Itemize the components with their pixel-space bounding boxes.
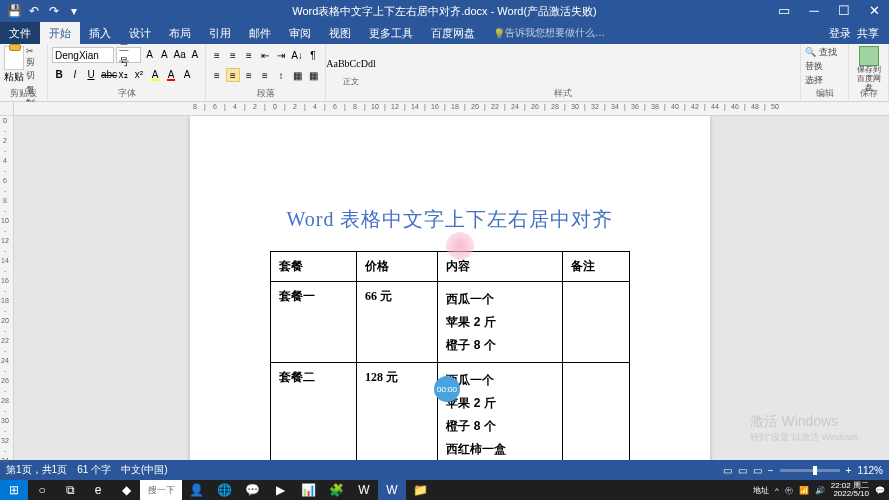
justify-button[interactable]: ≡: [258, 68, 272, 82]
zoom-level[interactable]: 112%: [857, 465, 883, 476]
taskview-icon[interactable]: ⧉: [56, 480, 84, 500]
line-spacing-button[interactable]: ↕: [274, 68, 288, 82]
italic-button[interactable]: I: [68, 67, 82, 83]
app-icon-6[interactable]: 📊: [294, 480, 322, 500]
increase-indent-button[interactable]: ⇥: [274, 48, 288, 62]
view-print-icon[interactable]: ▭: [738, 465, 747, 476]
strikethrough-button[interactable]: abc: [100, 67, 114, 83]
th-plan[interactable]: 套餐: [271, 252, 357, 282]
tab-mailings[interactable]: 邮件: [240, 22, 280, 44]
bold-button[interactable]: B: [52, 67, 66, 83]
subscript-button[interactable]: x₂: [116, 67, 130, 83]
replace-button[interactable]: 替换: [805, 60, 844, 73]
zoom-out-button[interactable]: −: [768, 465, 774, 476]
share-button[interactable]: 共享: [857, 26, 879, 41]
word-taskbar-icon[interactable]: W: [378, 480, 406, 500]
change-case-icon[interactable]: Aa: [172, 47, 186, 63]
cell-price[interactable]: 66 元: [357, 282, 438, 363]
tab-references[interactable]: 引用: [200, 22, 240, 44]
th-price[interactable]: 价格: [357, 252, 438, 282]
cortana-icon[interactable]: ○: [28, 480, 56, 500]
cell-note[interactable]: [563, 363, 630, 460]
close-icon[interactable]: ✕: [859, 0, 889, 22]
align-center-button[interactable]: ≡: [226, 68, 240, 82]
explorer-icon[interactable]: 📁: [406, 480, 434, 500]
tell-me-search[interactable]: 💡 告诉我您想要做什么…: [484, 22, 614, 44]
start-button[interactable]: ⊞: [0, 480, 28, 500]
borders-button[interactable]: ▦: [306, 68, 320, 82]
font-size-select[interactable]: 二号: [116, 47, 141, 63]
select-button[interactable]: 选择: [805, 74, 844, 87]
document-table[interactable]: 套餐 价格 内容 备注 套餐一66 元西瓜一个苹果 2 斤橙子 8 个套餐二12…: [270, 251, 630, 460]
sort-button[interactable]: A↓: [290, 48, 304, 62]
maximize-icon[interactable]: ☐: [829, 0, 859, 22]
text-effects-button[interactable]: A: [180, 67, 194, 83]
tab-more-tools[interactable]: 更多工具: [360, 22, 422, 44]
horizontal-ruler[interactable]: 8|6|4|2|0|2|4|6|8|10|12|14|16|18|20|22|2…: [14, 102, 889, 116]
cell-plan[interactable]: 套餐一: [271, 282, 357, 363]
redo-icon[interactable]: ↷: [46, 3, 62, 19]
align-right-button[interactable]: ≡: [242, 68, 256, 82]
view-read-icon[interactable]: ▭: [723, 465, 732, 476]
clock[interactable]: 22:02 周二 2022/5/10: [831, 482, 869, 498]
tab-insert[interactable]: 插入: [80, 22, 120, 44]
app-icon-5[interactable]: ▶: [266, 480, 294, 500]
app-icon-3[interactable]: 🌐: [210, 480, 238, 500]
edge-icon[interactable]: e: [84, 480, 112, 500]
tray-overflow-icon[interactable]: ^: [775, 486, 779, 495]
clear-format-icon[interactable]: A: [188, 47, 201, 63]
tab-layout[interactable]: 布局: [160, 22, 200, 44]
tab-file[interactable]: 文件: [0, 22, 40, 44]
style-normal[interactable]: AaBbCcDdl正文: [330, 48, 372, 89]
cell-content[interactable]: 西瓜一个苹果 2 斤橙子 8 个西红柿一盒: [438, 363, 563, 460]
cell-content[interactable]: 西瓜一个苹果 2 斤橙子 8 个: [438, 282, 563, 363]
find-button[interactable]: 🔍 查找: [805, 46, 844, 59]
zoom-slider[interactable]: [780, 469, 840, 472]
volume-icon[interactable]: 🔊: [815, 486, 825, 495]
app-icon-8[interactable]: W: [350, 480, 378, 500]
app-icon-1[interactable]: ◆: [112, 480, 140, 500]
vertical-ruler[interactable]: 0-2-4-6-8-10-12-14-16-18-20-22-24-26-28-…: [0, 116, 14, 460]
app-icon-2[interactable]: 👤: [182, 480, 210, 500]
font-color-button[interactable]: A: [164, 67, 178, 83]
network-icon[interactable]: 📶: [799, 486, 809, 495]
tab-home[interactable]: 开始: [40, 22, 80, 44]
view-web-icon[interactable]: ▭: [753, 465, 762, 476]
cut-button[interactable]: ✂ 剪切: [26, 46, 43, 82]
cell-price[interactable]: 128 元: [357, 363, 438, 460]
show-marks-button[interactable]: ¶: [306, 48, 320, 62]
login-link[interactable]: 登录: [829, 26, 851, 41]
multilevel-button[interactable]: ≡: [242, 48, 256, 62]
th-content[interactable]: 内容: [438, 252, 563, 282]
table-row[interactable]: 套餐二128 元西瓜一个苹果 2 斤橙子 8 个西红柿一盒: [271, 363, 630, 460]
status-wordcount[interactable]: 61 个字: [77, 463, 111, 477]
underline-button[interactable]: U: [84, 67, 98, 83]
notifications-icon[interactable]: 💬: [875, 486, 885, 495]
numbering-button[interactable]: ≡: [226, 48, 240, 62]
status-language[interactable]: 中文(中国): [121, 463, 168, 477]
qat-more-icon[interactable]: ▾: [66, 3, 82, 19]
shrink-font-icon[interactable]: A: [158, 47, 171, 63]
grow-font-icon[interactable]: A: [143, 47, 156, 63]
addr-label[interactable]: 地址: [753, 485, 769, 496]
shading-button[interactable]: ▦: [290, 68, 304, 82]
font-name-select[interactable]: DengXian: [52, 47, 114, 63]
undo-icon[interactable]: ↶: [26, 3, 42, 19]
decrease-indent-button[interactable]: ⇤: [258, 48, 272, 62]
tab-review[interactable]: 审阅: [280, 22, 320, 44]
superscript-button[interactable]: x²: [132, 67, 146, 83]
taskbar-search[interactable]: 搜一下: [140, 480, 182, 500]
status-page[interactable]: 第1页，共1页: [6, 463, 67, 477]
zoom-in-button[interactable]: +: [846, 465, 852, 476]
tab-baidu[interactable]: 百度网盘: [422, 22, 484, 44]
minimize-icon[interactable]: ─: [799, 0, 829, 22]
highlight-button[interactable]: A: [148, 67, 162, 83]
app-icon-4[interactable]: 💬: [238, 480, 266, 500]
ribbon-options-icon[interactable]: ▭: [769, 0, 799, 22]
document-canvas[interactable]: Word 表格中文字上下左右居中对齐 套餐 价格 内容 备注 套餐一66 元西瓜…: [14, 116, 889, 460]
align-left-button[interactable]: ≡: [210, 68, 224, 82]
table-row[interactable]: 套餐一66 元西瓜一个苹果 2 斤橙子 8 个: [271, 282, 630, 363]
cell-plan[interactable]: 套餐二: [271, 363, 357, 460]
app-icon-7[interactable]: 🧩: [322, 480, 350, 500]
save-icon[interactable]: 💾: [6, 3, 22, 19]
